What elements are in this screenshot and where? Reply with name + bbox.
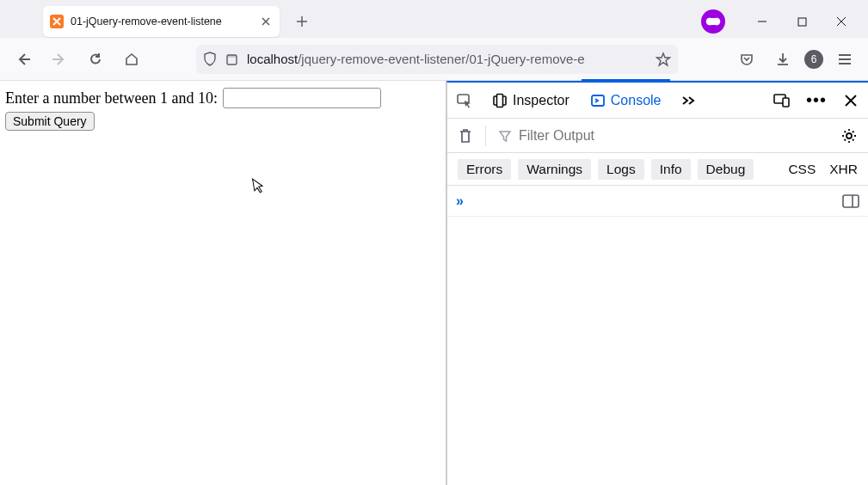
split-panel-icon[interactable] xyxy=(842,194,859,208)
devtools-header: Inspector Console ••• xyxy=(447,83,868,119)
close-tab-icon[interactable] xyxy=(259,15,273,28)
svg-point-4 xyxy=(706,18,713,25)
devtools-panel: Inspector Console ••• xyxy=(446,81,868,485)
svg-point-15 xyxy=(846,133,852,138)
svg-point-5 xyxy=(713,18,720,25)
close-devtools-icon[interactable] xyxy=(840,94,861,107)
svg-rect-11 xyxy=(497,94,503,107)
page-info-icon xyxy=(225,52,238,66)
downloads-icon[interactable] xyxy=(768,45,797,74)
console-icon xyxy=(590,93,606,108)
devtools-console-toolbar xyxy=(447,119,868,153)
extension-badge[interactable] xyxy=(701,9,725,34)
clear-console-icon[interactable] xyxy=(458,127,473,144)
svg-rect-8 xyxy=(227,55,237,58)
xampp-favicon xyxy=(50,15,64,28)
devtools-console-body[interactable] xyxy=(447,217,868,485)
main-area: Enter a number between 1 and 10: Submit … xyxy=(0,81,868,485)
console-prompt-icon[interactable]: » xyxy=(456,193,460,209)
tab-inspector-label: Inspector xyxy=(513,93,569,108)
pocket-icon[interactable] xyxy=(732,45,761,74)
tab-console-label: Console xyxy=(611,93,662,108)
svg-rect-14 xyxy=(783,98,789,107)
cat-info[interactable]: Info xyxy=(651,159,691,180)
tab-console[interactable]: Console xyxy=(587,83,665,119)
new-tab-button[interactable] xyxy=(288,8,316,35)
url-text: localhost/jquery-remove-event-listener/0… xyxy=(247,52,647,66)
cat-css[interactable]: CSS xyxy=(788,162,816,177)
browser-tab[interactable]: 01-jQuery-remove-event-listene xyxy=(43,6,280,37)
filter-output-input[interactable] xyxy=(519,128,828,144)
minimize-button[interactable] xyxy=(742,5,782,38)
console-settings-icon[interactable] xyxy=(840,127,858,144)
cat-xhr[interactable]: XHR xyxy=(829,162,858,177)
cat-logs[interactable]: Logs xyxy=(598,159,644,180)
tab-title: 01-jQuery-remove-event-listene xyxy=(71,15,252,28)
bookmark-star-icon[interactable] xyxy=(656,52,671,67)
tab-inspector[interactable]: Inspector xyxy=(489,83,573,119)
submit-button[interactable]: Submit Query xyxy=(5,112,95,131)
svg-rect-16 xyxy=(843,195,859,207)
notification-count-badge[interactable]: 6 xyxy=(804,50,823,69)
nav-bar: localhost/jquery-remove-event-listener/0… xyxy=(0,38,868,81)
kebab-menu-icon[interactable]: ••• xyxy=(806,90,827,110)
close-window-button[interactable] xyxy=(822,5,861,38)
url-bar[interactable]: localhost/jquery-remove-event-listener/0… xyxy=(196,45,678,74)
cat-debug[interactable]: Debug xyxy=(698,159,754,180)
devtools-category-bar: Errors Warnings Logs Info Debug CSS XHR xyxy=(447,153,868,186)
page-content: Enter a number between 1 and 10: Submit … xyxy=(0,81,446,485)
number-input[interactable] xyxy=(223,88,381,108)
cursor-icon xyxy=(251,176,266,195)
cat-errors[interactable]: Errors xyxy=(458,159,511,180)
svg-rect-6 xyxy=(798,18,806,26)
app-menu-icon[interactable] xyxy=(830,45,859,74)
responsive-mode-icon[interactable] xyxy=(772,93,792,108)
filter-funnel-icon xyxy=(498,129,512,143)
window-controls xyxy=(742,5,861,38)
reload-button[interactable] xyxy=(81,45,110,74)
shield-icon xyxy=(203,52,217,67)
tab-bar: 01-jQuery-remove-event-listene xyxy=(0,0,868,38)
devtools-console-input-row: » xyxy=(447,186,868,217)
inspector-icon xyxy=(492,93,508,108)
forward-button[interactable] xyxy=(45,45,74,74)
cat-warnings[interactable]: Warnings xyxy=(518,159,591,180)
home-button[interactable] xyxy=(117,45,146,74)
back-button[interactable] xyxy=(9,45,38,74)
number-input-label: Enter a number between 1 and 10: xyxy=(5,89,218,107)
pick-element-icon[interactable] xyxy=(454,92,475,109)
maximize-button[interactable] xyxy=(782,5,822,38)
more-tabs-chevron-icon[interactable] xyxy=(679,95,699,107)
